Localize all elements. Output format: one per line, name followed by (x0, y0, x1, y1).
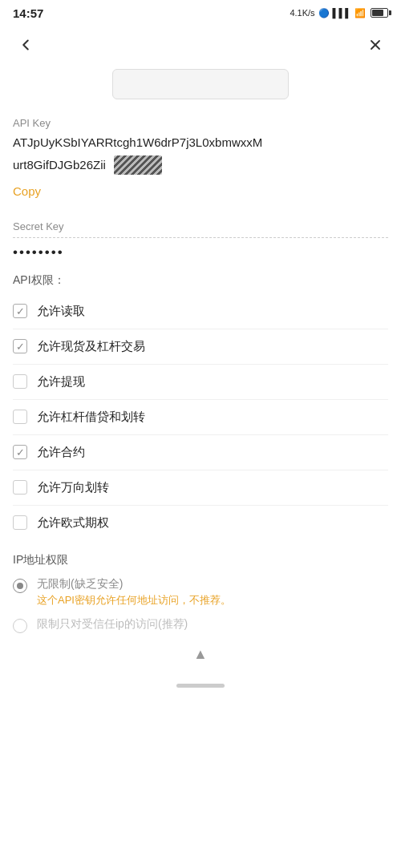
ip-option-item[interactable]: 限制只对受信任ip的访问(推荐) (13, 617, 388, 633)
radio-content-0: 无限制(缺乏安全) 这个API密钥允许任何地址访问，不推荐。 (37, 577, 231, 608)
radio-label-1: 限制只对受信任ip的访问(推荐) (37, 617, 188, 632)
bluetooth-icon: 🔵 (318, 8, 330, 18)
checkbox-6[interactable] (13, 515, 27, 530)
checkbox-5[interactable] (13, 480, 27, 495)
content-area: API Key ATJpUyKSbIYARRtcgh1W6drP7j3L0xbm… (0, 117, 401, 633)
bottom-bar (0, 677, 401, 697)
network-speed: 4.1K/s (290, 8, 314, 18)
checkbox-0[interactable]: ✓ (13, 304, 27, 318)
status-icons: 4.1K/s 🔵 ▌▌▌ 📶 (290, 8, 388, 18)
perm-label: 允许万向划转 (37, 480, 109, 495)
ip-section: IP地址权限 无限制(缺乏安全) 这个API密钥允许任何地址访问，不推荐。 限制… (13, 553, 388, 633)
perm-label: 允许欧式期权 (37, 515, 109, 531)
radio-circle-0[interactable] (13, 579, 27, 593)
secret-key-divider (13, 237, 388, 238)
wifi-icon: 📶 (354, 8, 366, 18)
permission-item[interactable]: 允许提现 (13, 365, 388, 400)
secret-key-label: Secret Key (13, 220, 388, 232)
permission-item[interactable]: ✓ 允许合约 (13, 435, 388, 470)
back-button[interactable] (13, 32, 38, 58)
checkmark-icon: ✓ (16, 306, 25, 317)
permissions-list: ✓ 允许读取 ✓ 允许现货及杠杆交易 允许提现 允许杠杆借贷和划转 ✓ 允许合约 (13, 294, 388, 540)
status-time: 14:57 (13, 6, 43, 20)
perm-label: 允许杠杆借贷和划转 (37, 410, 145, 425)
radio-content-1: 限制只对受信任ip的访问(推荐) (37, 617, 188, 632)
close-button[interactable] (363, 32, 388, 58)
permission-item[interactable]: 允许杠杆借贷和划转 (13, 400, 388, 435)
permission-item[interactable]: ✓ 允许现货及杠杆交易 (13, 329, 388, 365)
checkbox-2[interactable] (13, 374, 27, 389)
permission-item[interactable]: 允许欧式期权 (13, 506, 388, 540)
top-blurred-area (0, 64, 401, 104)
permission-item[interactable]: 允许万向划转 (13, 470, 388, 506)
status-bar: 14:57 4.1K/s 🔵 ▌▌▌ 📶 (0, 0, 401, 26)
perm-label: 允许提现 (37, 374, 85, 390)
radio-circle-1[interactable] (13, 619, 27, 633)
checkmark-icon: ✓ (16, 447, 25, 458)
checkbox-1[interactable]: ✓ (13, 339, 27, 353)
permissions-title: API权限： (13, 273, 388, 288)
api-key-partial: urt8GifDJGb26Zii (13, 158, 106, 172)
api-key-row: urt8GifDJGb26Zii (13, 155, 388, 175)
battery-icon (371, 8, 388, 18)
ip-option-item[interactable]: 无限制(缺乏安全) 这个API密钥允许任何地址访问，不推荐。 (13, 577, 388, 608)
api-key-label: API Key (13, 117, 388, 129)
bottom-indicator (176, 684, 225, 688)
perm-label: 允许读取 (37, 304, 85, 319)
signal-icon: ▌▌▌ (333, 8, 351, 18)
radio-label-0: 无限制(缺乏安全) (37, 577, 231, 591)
secret-key-value: •••••••• (13, 244, 388, 260)
checkbox-3[interactable] (13, 410, 27, 424)
up-arrow-row: ▲ (0, 643, 401, 664)
permission-item[interactable]: ✓ 允许读取 (13, 294, 388, 329)
ip-title: IP地址权限 (13, 553, 388, 567)
perm-label: 允许现货及杠杆交易 (37, 339, 145, 354)
checkbox-4[interactable]: ✓ (13, 445, 27, 459)
copy-button[interactable]: Copy (13, 181, 41, 201)
api-key-line1: ATJpUyKSbIYARRtcgh1W6drP7j3L0xbmwxxM (13, 134, 388, 152)
checkmark-icon: ✓ (16, 341, 25, 352)
ip-options: 无限制(缺乏安全) 这个API密钥允许任何地址访问，不推荐。 限制只对受信任ip… (13, 577, 388, 633)
api-key-blur (114, 155, 162, 175)
radio-warning-0: 这个API密钥允许任何地址访问，不推荐。 (37, 593, 231, 608)
perm-label: 允许合约 (37, 445, 85, 460)
up-arrow-icon: ▲ (193, 646, 208, 663)
nav-bar (0, 26, 401, 64)
